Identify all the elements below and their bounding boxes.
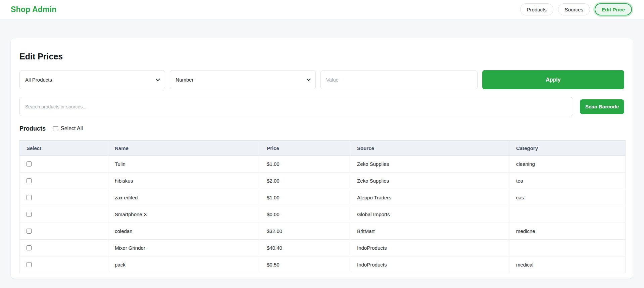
- row-checkbox[interactable]: [27, 245, 32, 250]
- row-category-cell: [509, 206, 626, 223]
- row-source-cell: Global Imports: [350, 206, 509, 223]
- row-select-cell: [20, 223, 108, 240]
- search-input[interactable]: [19, 97, 573, 116]
- row-select-cell: [20, 240, 108, 256]
- row-select-cell: [20, 189, 108, 206]
- select-all-label: Select All: [61, 126, 83, 132]
- row-category-cell: medical: [509, 256, 626, 273]
- row-name-cell: coledan: [108, 223, 260, 240]
- nav-products[interactable]: Products: [520, 3, 553, 15]
- mode-select-wrap: Number: [170, 70, 315, 89]
- row-source-cell: IndoProducts: [350, 240, 509, 256]
- row-price-cell: $40.40: [260, 240, 350, 256]
- col-header-source: Source: [350, 141, 509, 156]
- row-name-cell: hibiskus: [108, 173, 260, 189]
- apply-button[interactable]: Apply: [482, 70, 624, 89]
- row-category-cell: tea: [509, 173, 626, 189]
- row-name-cell: Smartphone X: [108, 206, 260, 223]
- row-price-cell: $32.00: [260, 223, 350, 240]
- row-name-cell: Tulin: [108, 156, 260, 173]
- row-price-cell: $1.00: [260, 156, 350, 173]
- col-header-select: Select: [20, 141, 108, 156]
- row-category-cell: cas: [509, 189, 626, 206]
- app-title: Shop Admin: [11, 5, 57, 14]
- row-source-cell: Zeko Supplies: [350, 173, 509, 189]
- target-select[interactable]: All Products: [19, 70, 165, 89]
- row-select-cell: [20, 256, 108, 273]
- table-row: zax edited$1.00Aleppo Traderscas: [20, 189, 626, 206]
- row-source-cell: Aleppo Traders: [350, 189, 509, 206]
- row-checkbox[interactable]: [27, 161, 32, 166]
- main-nav: ProductsSourcesEdit Price: [520, 3, 632, 15]
- search-row: Scan Barcode: [19, 97, 624, 116]
- row-source-cell: Zeko Supplies: [350, 156, 509, 173]
- products-section-header: Products Select All: [19, 125, 624, 132]
- row-name-cell: zax edited: [108, 189, 260, 206]
- row-category-cell: [509, 240, 626, 256]
- col-header-category: Category: [509, 141, 626, 156]
- products-table: Select Name Price Source Category Tulin$…: [19, 140, 626, 273]
- row-category-cell: medicne: [509, 223, 626, 240]
- select-all-checkbox[interactable]: [53, 126, 58, 131]
- row-category-cell: cleaning: [509, 156, 626, 173]
- products-heading: Products: [19, 125, 46, 132]
- scan-barcode-button[interactable]: Scan Barcode: [580, 99, 624, 114]
- row-select-cell: [20, 156, 108, 173]
- row-select-cell: [20, 206, 108, 223]
- table-row: Mixer Grinder$40.40IndoProducts: [20, 240, 626, 256]
- col-header-name: Name: [108, 141, 260, 156]
- edit-prices-panel: Edit Prices All Products Number Apply Sc…: [11, 38, 633, 279]
- row-source-cell: IndoProducts: [350, 256, 509, 273]
- row-source-cell: BritMart: [350, 223, 509, 240]
- select-all-control: Select All: [53, 126, 83, 132]
- row-checkbox[interactable]: [27, 212, 32, 217]
- row-checkbox[interactable]: [27, 229, 32, 234]
- table-row: Tulin$1.00Zeko Suppliescleaning: [20, 156, 626, 173]
- row-select-cell: [20, 173, 108, 189]
- row-name-cell: pack: [108, 256, 260, 273]
- panel-title: Edit Prices: [19, 52, 624, 61]
- row-checkbox[interactable]: [27, 178, 32, 183]
- top-navbar: Shop Admin ProductsSourcesEdit Price: [0, 0, 644, 19]
- bulk-edit-form: All Products Number Apply: [19, 70, 624, 89]
- row-price-cell: $1.00: [260, 189, 350, 206]
- table-row: coledan$32.00BritMartmedicne: [20, 223, 626, 240]
- products-table-head: Select Name Price Source Category: [20, 141, 626, 156]
- row-name-cell: Mixer Grinder: [108, 240, 260, 256]
- nav-sources[interactable]: Sources: [558, 3, 590, 15]
- table-row: pack$0.50IndoProductsmedical: [20, 256, 626, 273]
- row-price-cell: $0.00: [260, 206, 350, 223]
- row-price-cell: $2.00: [260, 173, 350, 189]
- products-table-body: Tulin$1.00Zeko Suppliescleaninghibiskus$…: [20, 156, 626, 273]
- row-price-cell: $0.50: [260, 256, 350, 273]
- value-input[interactable]: [320, 70, 478, 89]
- table-row: Smartphone X$0.00Global Imports: [20, 206, 626, 223]
- row-checkbox[interactable]: [27, 195, 32, 200]
- table-row: hibiskus$2.00Zeko Suppliestea: [20, 173, 626, 189]
- mode-select[interactable]: Number: [170, 70, 315, 89]
- header-row: Select Name Price Source Category: [20, 141, 626, 156]
- nav-edit-price[interactable]: Edit Price: [595, 3, 632, 15]
- row-checkbox[interactable]: [27, 262, 32, 267]
- target-select-wrap: All Products: [19, 70, 165, 89]
- col-header-price: Price: [260, 141, 350, 156]
